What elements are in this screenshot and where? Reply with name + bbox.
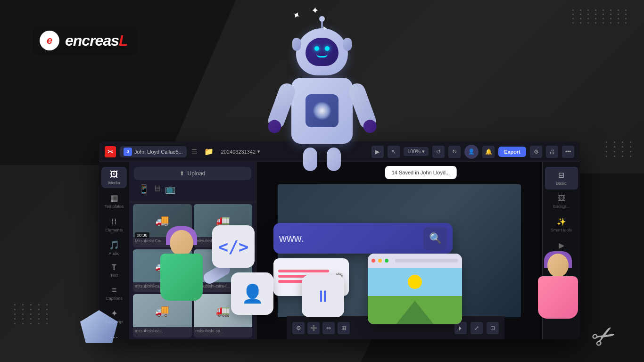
right-panel-basic[interactable]: ⊟ Basic [545,167,578,189]
logo-icon: e [40,31,59,50]
robot-chest [305,94,339,127]
background-icon: 🖼 [558,194,565,203]
editor-filename[interactable]: 202403231342 ▾ [221,148,260,155]
sidebar-item-captions[interactable]: ≡ Captions [101,282,127,304]
float-image-card [368,254,462,324]
person-head [170,230,193,256]
sidebar-item-elements[interactable]: ⁞⁞ Elements [101,214,127,235]
user-avatar-large[interactable]: 👤 [464,145,479,159]
robot-antenna [321,19,323,28]
img-card-content [368,268,462,324]
text-icon: T [112,263,116,272]
float-url-bar: www. 🔍 [273,223,453,254]
media-tab-monitor[interactable]: 🖥 [153,184,161,194]
timeline-btn-4[interactable]: ⊞ [338,322,350,334]
right-panel-smart-tools[interactable]: ✨ Smart tools [545,214,578,236]
timeline-layout-btn[interactable]: ⊡ [487,322,499,334]
sidebar-item-audio[interactable]: 🎵 Audio [101,237,127,259]
media-tab-phone[interactable]: 📱 [139,184,149,194]
person-right-head [547,254,569,277]
notifications-icon-btn[interactable]: 🔔 [482,146,495,158]
sidebar-item-media[interactable]: 🖼 Media [101,167,127,188]
person-body [160,254,203,301]
person-left-body [156,230,222,334]
timeline-fullscreen-btn[interactable]: ⤢ [471,322,483,334]
character-left [156,230,222,334]
right-panel-label-bg: Backgr... [553,204,570,209]
robot-legs [303,148,341,171]
dot-1 [372,259,375,263]
sidebar-item-templates[interactable]: ▦ Templates [101,190,127,212]
robot-hand-right [361,118,378,135]
dot-3 [385,259,388,263]
dot-pattern-middleright: for(let i=0;i<16;i++) document.write('<d… [606,141,635,157]
user-avatar-small: J [124,148,132,156]
print-icon-btn[interactable]: 🖨 [546,146,558,158]
sidebar-label-media: Media [108,181,120,185]
sidebar-label-elements: Elements [105,228,123,232]
editor-notification: 14 Saved in John Lloyd... [385,166,457,179]
sidebar-item-text[interactable]: T Text [101,261,127,280]
character-right [531,254,587,348]
cursor-icon-btn[interactable]: ↖ [388,146,400,158]
media-panel-header: ⬆ Upload 📱 🖥 📺 [129,162,256,202]
right-panel-background[interactable]: 🖼 Backgr... [545,190,578,213]
sparkle-3: ✦ [311,5,319,16]
dot-pattern-bottomleft: for(let i=0;i<25;i++) document.write('<d… [14,304,51,324]
robot-ear-left [292,38,301,51]
media-tab-tablet[interactable]: 📺 [165,184,175,194]
editor-user-badge[interactable]: J John Lloyd Callao5... [120,146,187,157]
robot-character [256,28,388,207]
settings-line-1 [278,270,329,272]
upload-button[interactable]: ⬆ Upload [134,167,251,180]
settings-icon-btn[interactable]: ⚙ [530,146,542,158]
robot-eye-right [325,46,330,51]
templates-icon: ▦ [110,193,118,203]
sidebar-label-captions: Captions [106,296,123,301]
timeline-btn-1[interactable]: ⚙ [292,322,305,334]
logo-text: encreasL [65,32,128,49]
editor-username: John Lloyd Callao5... [134,149,183,155]
timeline-controls: ⚙ ➕ ⇔ ⊞ [292,322,350,334]
url-search-button[interactable]: 🔍 [423,227,447,250]
editor-file-icon: 📁 [204,147,214,156]
sidebar-label-text: Text [110,273,118,278]
robot-body [291,78,353,144]
undo-icon-btn[interactable]: ↺ [432,146,445,158]
float-pause-card: ⏸ [302,275,344,317]
img-card-header [368,254,462,268]
audio-icon: 🎵 [109,240,119,250]
basic-icon: ⊟ [558,171,564,180]
float-diamond [80,310,127,348]
pause-icon: ⏸ [315,287,331,305]
zoom-indicator[interactable]: 100% ▾ [404,147,429,156]
mountain-shape [396,301,434,324]
robot-arm-right [347,81,378,131]
logo-area: e encreasL [33,26,137,55]
dot-pattern-topright: for(let i=0;i<32;i++) document.write('<d… [572,9,630,24]
upload-icon: ⬆ [180,170,184,177]
elements-icon: ⁞⁞ [111,216,117,227]
more-options-btn[interactable]: ••• [562,146,574,158]
media-duration-1: 00:30 [135,232,149,238]
robot-smile [316,54,328,58]
timeline-btn-3[interactable]: ⇔ [322,322,335,334]
media-tabs: 📱 🖥 📺 [134,180,251,197]
sidebar-label-templates: Templates [104,204,124,209]
logo-text-highlight: encreas [65,32,119,49]
dot-2 [378,259,382,263]
timeline-btn-2[interactable]: ➕ [307,322,320,334]
export-button[interactable]: Export [498,147,526,157]
editor-logo-icon: ✂ [105,146,116,157]
right-panel-label-smart: Smart tools [551,228,572,232]
robot-arm-left [266,81,297,131]
img-card-url-bar [395,259,458,263]
sun-circle [408,275,422,289]
redo-icon-btn[interactable]: ↻ [448,146,461,158]
smart-tools-icon: ✨ [557,217,566,226]
captions-icon: ≡ [112,285,117,295]
robot-eyes [314,46,330,51]
user-profile-icon: 👤 [241,283,264,304]
animate-icon: ▶ [559,241,564,250]
editor-menu-icon[interactable]: ☰ [191,148,198,156]
